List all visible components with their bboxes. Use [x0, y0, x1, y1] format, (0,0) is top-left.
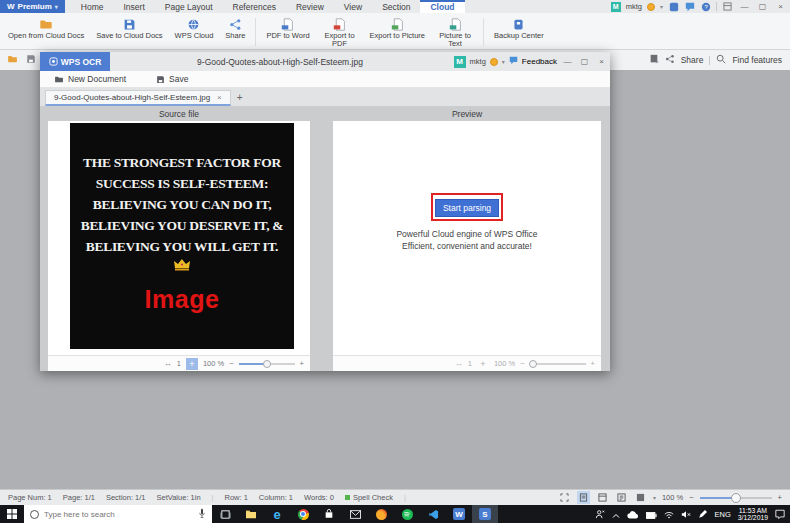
- zoom-out-button[interactable]: −: [229, 359, 233, 368]
- spell-check-label: Spell Check: [353, 493, 393, 502]
- zoom-mode-chevron-icon[interactable]: ▾: [653, 494, 656, 501]
- tab-references[interactable]: References: [223, 0, 286, 13]
- window-minimize-button[interactable]: —: [738, 0, 751, 13]
- windows-ink-icon[interactable]: [698, 505, 707, 523]
- pdf-to-word-button[interactable]: PDF to Word: [260, 16, 315, 41]
- mail-icon[interactable]: [342, 505, 368, 523]
- wps-writer-icon[interactable]: W: [446, 505, 472, 523]
- fit-page-button[interactable]: +: [186, 358, 198, 370]
- picture-to-text-button[interactable]: Picture to Text: [431, 16, 479, 49]
- spell-check-indicator[interactable]: Spell Check: [345, 493, 393, 502]
- search-input[interactable]: [44, 510, 193, 519]
- find-features-label[interactable]: Find features: [732, 55, 782, 65]
- dialog-menubar: New Document Save: [40, 71, 610, 88]
- collapse-ribbon-icon[interactable]: [722, 1, 733, 12]
- volume-muted-icon[interactable]: [681, 505, 691, 523]
- wps-premium-menu[interactable]: W Premium ▾: [0, 0, 65, 13]
- wps-ocr-app-tab[interactable]: WPS OCR: [40, 52, 110, 71]
- save-file-icon[interactable]: [26, 54, 36, 66]
- window-restore-button[interactable]: ▢: [756, 0, 769, 13]
- search-icon[interactable]: [716, 54, 726, 66]
- save-menu-item[interactable]: Save: [156, 74, 188, 84]
- file-explorer-icon[interactable]: [238, 505, 264, 523]
- open-file-icon[interactable]: [7, 54, 18, 66]
- file-tab-close-icon[interactable]: ×: [217, 93, 222, 102]
- doc-zoom-in-button[interactable]: +: [778, 493, 782, 502]
- dialog-maximize-button[interactable]: ▢: [578, 55, 591, 68]
- microsoft-store-icon[interactable]: [316, 505, 342, 523]
- zoom-slider[interactable]: [239, 363, 295, 365]
- fit-width-icon[interactable]: ↔: [164, 359, 172, 368]
- share-doc-icon[interactable]: [665, 54, 675, 66]
- dialog-titlebar[interactable]: WPS OCR 9-Good-Quotes-about-High-Self-Es…: [40, 52, 610, 71]
- dialog-account-name[interactable]: mktg: [470, 57, 486, 66]
- doc-zoom-out-button[interactable]: −: [689, 493, 693, 502]
- bookmark-icon[interactable]: [649, 54, 659, 66]
- window-close-button[interactable]: ×: [774, 0, 787, 13]
- firefox-icon[interactable]: [368, 505, 394, 523]
- feedback-icon[interactable]: [509, 56, 518, 67]
- print-layout-view-icon[interactable]: [577, 491, 590, 504]
- onedrive-cloud-icon[interactable]: [627, 505, 639, 523]
- new-document-menu-item[interactable]: New Document: [54, 74, 126, 84]
- tab-view[interactable]: View: [334, 0, 372, 13]
- tab-section[interactable]: Section: [372, 0, 420, 13]
- people-icon[interactable]: [595, 505, 605, 523]
- microphone-icon[interactable]: [198, 505, 206, 523]
- tab-home[interactable]: Home: [71, 0, 114, 13]
- zoom-in-button[interactable]: +: [300, 359, 304, 368]
- clock[interactable]: 11:53 AM 3/12/2019: [738, 507, 768, 522]
- save-to-cloud-docs-button[interactable]: Save to Cloud Docs: [90, 16, 168, 41]
- share-doc-label[interactable]: Share: [681, 55, 704, 65]
- spotify-icon[interactable]: [394, 505, 420, 523]
- start-parsing-button[interactable]: Start parsing: [435, 199, 499, 217]
- battery-icon[interactable]: [646, 505, 657, 523]
- dialog-minimize-button[interactable]: —: [561, 55, 574, 68]
- network-icon[interactable]: [664, 505, 674, 523]
- docs-icon[interactable]: [668, 1, 679, 12]
- premium-coin-icon[interactable]: [647, 3, 655, 11]
- taskbar-search-box[interactable]: [24, 505, 212, 523]
- file-tab[interactable]: 9-Good-Quotes-about-High-Self-Esteem.jpg…: [45, 90, 231, 106]
- chrome-icon[interactable]: [290, 505, 316, 523]
- dialog-premium-coin-icon[interactable]: [490, 58, 498, 66]
- source-panel-body[interactable]: THE STRONGEST FACTOR FOR SUCCESS IS SELF…: [48, 121, 310, 355]
- tab-page-layout[interactable]: Page Layout: [155, 0, 223, 13]
- edge-icon[interactable]: e: [264, 505, 290, 523]
- wps-cloud-button[interactable]: WPS Cloud: [169, 16, 220, 41]
- save-icon: [156, 75, 165, 84]
- account-name[interactable]: mktg: [626, 2, 642, 11]
- dialog-close-button[interactable]: ×: [595, 55, 608, 68]
- doc-zoom-percent[interactable]: 100 %: [662, 493, 683, 502]
- new-tab-button[interactable]: +: [231, 90, 249, 106]
- tab-review[interactable]: Review: [286, 0, 334, 13]
- account-chevron-down-icon[interactable]: ▾: [660, 3, 663, 10]
- feedback-label[interactable]: Feedback: [522, 57, 557, 66]
- wps-ocr-taskbar-icon[interactable]: S: [472, 505, 498, 523]
- show-hidden-icons-chevron[interactable]: [612, 505, 620, 523]
- help-icon[interactable]: ?: [700, 1, 711, 12]
- tab-insert[interactable]: Insert: [114, 0, 155, 13]
- doc-zoom-slider[interactable]: [700, 497, 772, 499]
- dialog-account-chevron-icon[interactable]: ▾: [502, 58, 505, 65]
- task-view-button[interactable]: [212, 505, 238, 523]
- zoom-mode-icon[interactable]: [634, 491, 647, 504]
- avatar[interactable]: M: [611, 2, 621, 12]
- language-indicator[interactable]: ENG: [714, 510, 730, 519]
- web-layout-view-icon[interactable]: [596, 491, 609, 504]
- backup-center-button[interactable]: Backup Center: [488, 16, 550, 41]
- zoom-out-button: −: [520, 359, 524, 368]
- visual-studio-icon[interactable]: [420, 505, 446, 523]
- dialog-avatar[interactable]: M: [454, 56, 466, 68]
- open-from-cloud-docs-button[interactable]: Open from Cloud Docs: [2, 16, 90, 41]
- chat-icon[interactable]: [684, 1, 695, 12]
- tab-cloud[interactable]: Cloud: [420, 0, 464, 13]
- outline-view-icon[interactable]: [615, 491, 628, 504]
- share-button[interactable]: Share: [219, 16, 251, 41]
- export-to-pdf-button[interactable]: Export to PDF: [316, 16, 364, 49]
- action-center-icon[interactable]: [775, 505, 785, 523]
- quote-text: THE STRONGEST FACTOR FOR SUCCESS IS SELF…: [81, 152, 284, 257]
- export-to-picture-button[interactable]: Export to Picture: [364, 16, 431, 41]
- start-button[interactable]: [0, 505, 24, 523]
- full-screen-view-icon[interactable]: [558, 491, 571, 504]
